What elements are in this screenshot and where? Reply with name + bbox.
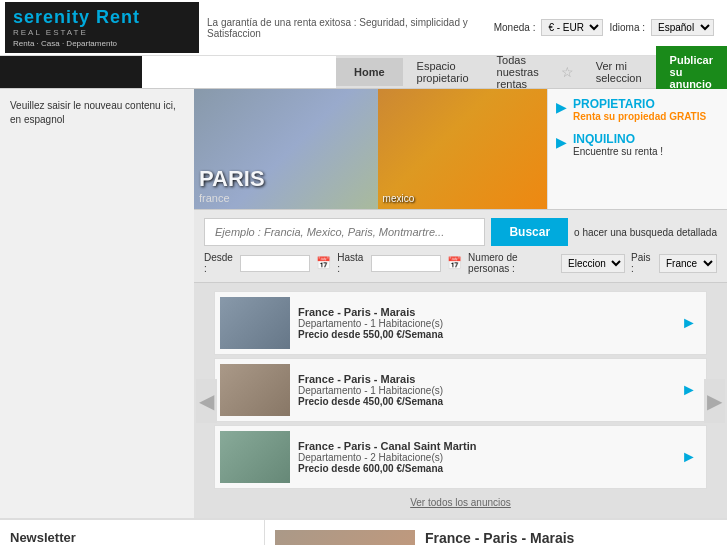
main-wrapper: Veuillez saisir le nouveau contenu ici, … [0,89,727,518]
listings-next-icon[interactable]: ▶ [704,379,725,423]
top-slogan: La garantía de una renta exitosa : Segur… [207,17,494,39]
listing-sub-1: Departamento - 1 Habitacione(s) [298,318,681,329]
banner-area: PARIS france mexico ▶ PROPIETARIO Renta … [194,89,727,209]
listings: ◀ France - Paris - Marais Departamento -… [194,283,727,518]
inquilino-block: ▶ INQUILINO Encuentre su renta ! [556,132,719,157]
currency-select[interactable]: € - EUR [541,19,603,36]
listing-arrow-2[interactable]: ► [681,381,701,399]
search-row2: Desde : 📅 Hasta : 📅 Numero de personas :… [204,252,717,274]
inquilino-arrow-icon: ▶ [556,134,567,150]
left-notice: Veuillez saisir le nouveau contenu ici, … [10,99,184,127]
listing-arrow-3[interactable]: ► [681,448,701,466]
desde-calendar-icon[interactable]: 📅 [316,256,331,270]
listing-info-1: France - Paris - Marais Departamento - 1… [298,306,681,340]
header: serenity Rent REAL ESTATE Renta · Casa ·… [0,0,727,89]
desde-label: Desde : [204,252,234,274]
listing-sub-2: Departamento - 1 Habitacione(s) [298,385,681,396]
hasta-calendar-icon[interactable]: 📅 [447,256,462,270]
logo-rent: Rent [96,7,140,27]
bottom-feature: France - Paris - Marais Departamento - 1… [265,520,727,545]
listing-arrow-1[interactable]: ► [681,314,701,332]
nav: Home Espacio propietario Todas nuestras … [336,56,727,88]
banner-mexico: mexico [378,89,547,209]
hasta-label: Hasta : [337,252,365,274]
bottom-left: Newsletter Enrar su e-mail y validar Ins… [0,520,265,545]
center-col: PARIS france mexico ▶ PROPIETARIO Renta … [194,89,727,518]
search-input[interactable] [204,218,485,246]
listing-thumb-2 [220,364,290,416]
see-all: Ver todos los anuncios [194,492,727,513]
logo-sub: REAL ESTATE [13,28,191,37]
language-label: Idioma : [609,22,645,33]
banner-right: ▶ PROPIETARIO Renta su propiedad GRATIS … [547,89,727,209]
listing-title-2: France - Paris - Marais [298,373,681,385]
search-or-text: o hacer una busqueda detallada [574,227,717,238]
banner-images: PARIS france mexico [194,89,547,209]
desde-input[interactable] [240,255,310,272]
listing-row[interactable]: France - Paris - Marais Departamento - 1… [214,358,707,422]
logo-serenity: serenity [13,7,90,27]
banner-france-text: france [199,192,265,204]
star-icon[interactable]: ☆ [553,56,582,88]
language-select[interactable]: Español [651,19,714,36]
see-all-link[interactable]: Ver todos los anuncios [410,497,511,508]
inquilino-title: INQUILINO [573,132,663,146]
listing-title-3: France - Paris - Canal Saint Martin [298,440,681,452]
logo-tagline: Renta · Casa · Departamento [13,39,191,48]
listing-info-3: France - Paris - Canal Saint Martin Depa… [298,440,681,474]
left-col: Veuillez saisir le nouveau contenu ici, … [0,89,194,518]
listing-sub-3: Departamento - 2 Habitacione(s) [298,452,681,463]
banner-paris-text: PARIS [199,166,265,192]
listing-thumb-1 [220,297,290,349]
propietario-arrow-icon: ▶ [556,99,567,115]
propietario-block: ▶ PROPIETARIO Renta su propiedad GRATIS [556,97,719,122]
banner-paris: PARIS france [194,89,388,209]
listing-row[interactable]: France - Paris - Marais Departamento - 1… [214,291,707,355]
listing-price-3: Precio desde 600,00 €/Semana [298,463,681,474]
pais-label: Pais : [631,252,653,274]
listing-price-1: Precio desde 550,00 €/Semana [298,329,681,340]
newsletter-title: Newsletter [10,530,254,545]
listing-thumb-3 [220,431,290,483]
search-button[interactable]: Buscar [491,218,568,246]
listing-row[interactable]: France - Paris - Canal Saint Martin Depa… [214,425,707,489]
top-controls: Moneda : € - EUR Idioma : Español [494,19,714,36]
nav-espacio[interactable]: Espacio propietario [403,52,483,92]
bottom-section: Newsletter Enrar su e-mail y validar Ins… [0,518,727,545]
hasta-input[interactable] [371,255,441,272]
listings-prev-icon[interactable]: ◀ [196,379,217,423]
listing-title-1: France - Paris - Marais [298,306,681,318]
logo-main: serenity Rent [13,7,191,28]
personas-select[interactable]: Eleccion [561,254,625,273]
listing-price-2: Precio desde 450,00 €/Semana [298,396,681,407]
currency-label: Moneda : [494,22,536,33]
personas-label: Numero de personas : [468,252,555,274]
header-top: serenity Rent REAL ESTATE Renta · Casa ·… [0,0,727,56]
listing-info-2: France - Paris - Marais Departamento - 1… [298,373,681,407]
banner-mexico-text: mexico [383,193,415,204]
search-area: Buscar o hacer una busqueda detallada De… [194,209,727,283]
search-row1: Buscar o hacer una busqueda detallada [204,218,717,246]
logo-area: serenity Rent REAL ESTATE Renta · Casa ·… [5,2,199,53]
inquilino-sub: Encuentre su renta ! [573,146,663,157]
propietario-sub: Renta su propiedad GRATIS [573,111,706,122]
top-bar: La garantía de una renta exitosa : Segur… [199,14,722,42]
nav-seleccion[interactable]: Ver mi seleccion [582,52,656,92]
pais-select[interactable]: France [659,254,717,273]
propietario-title: PROPIETARIO [573,97,706,111]
feature-thumbnail [275,530,415,545]
nav-home[interactable]: Home [336,58,403,86]
